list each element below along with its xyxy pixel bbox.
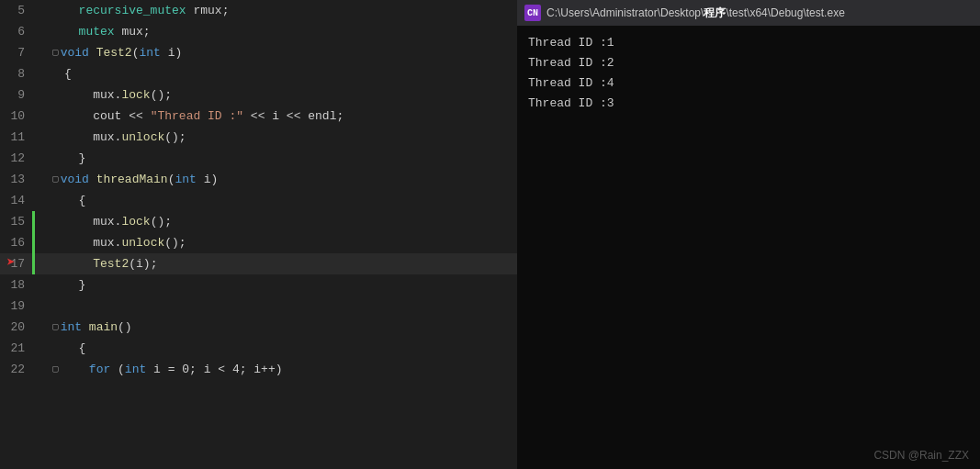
line-number: 22 — [0, 359, 32, 380]
terminal-watermark: CSDN @Rain_ZZX — [873, 449, 969, 462]
green-indicator — [32, 253, 35, 274]
line-number: 9 — [0, 84, 32, 106]
line-number: 20 — [0, 317, 32, 338]
code-editor: 5 recursive_mutex rmux;6 mutex mux;7▢voi… — [0, 0, 517, 469]
code-content: Test2(i); — [64, 253, 157, 274]
terminal-title-text: C:\Users\Administrator\Desktop\程序\test\x… — [546, 6, 845, 19]
line-number: 10 — [0, 106, 32, 127]
code-line-14: 14 { — [0, 190, 517, 211]
terminal-body: Thread ID :1Thread ID :2Thread ID :4Thre… — [517, 26, 980, 469]
line-number: 13 — [0, 169, 32, 190]
code-content: { — [64, 190, 85, 211]
code-line-11: 11 mux.unlock(); — [0, 127, 517, 148]
code-content: void threadMain(int i) — [61, 169, 219, 190]
terminal-output-line: Thread ID :4 — [528, 73, 969, 94]
code-line-15: 15 mux.lock(); — [0, 211, 517, 232]
line-number: 21 — [0, 338, 32, 359]
green-indicator — [32, 232, 35, 253]
code-content: recursive_mutex rmux; — [64, 0, 229, 21]
code-content: int main() — [61, 317, 132, 338]
terminal-icon: CN — [524, 5, 541, 21]
code-content: mux.unlock(); — [64, 232, 186, 253]
terminal-title: C:\Users\Administrator\Desktop\程序\test\x… — [546, 6, 845, 21]
fold-icon[interactable]: ▢ — [52, 359, 59, 380]
line-number: 11 — [0, 127, 32, 148]
code-line-9: 9 mux.lock(); — [0, 84, 517, 106]
line-number: 19 — [0, 296, 32, 317]
code-line-10: 10 cout << "Thread ID :" << i << endl; — [0, 106, 517, 127]
terminal-output-line: Thread ID :2 — [528, 53, 969, 73]
code-line-12: 12 } — [0, 148, 517, 169]
line-number: 18 — [0, 274, 32, 296]
code-line-19: 19 — [0, 296, 517, 317]
code-content: { — [64, 338, 85, 359]
code-line-18: 18 } — [0, 274, 517, 296]
code-content: mux.unlock(); — [64, 127, 186, 148]
green-indicator — [32, 211, 35, 232]
code-content: cout << "Thread ID :" << i << endl; — [64, 106, 344, 127]
code-line-22: 22▢ for (int i = 0; i < 4; i++) — [0, 359, 517, 380]
code-content: } — [64, 148, 85, 169]
code-line-7: 7▢void Test2(int i) — [0, 42, 517, 63]
line-number: 5 — [0, 0, 32, 21]
code-line-21: 21 { — [0, 338, 517, 359]
code-line-5: 5 recursive_mutex rmux; — [0, 0, 517, 21]
line-number: 7 — [0, 42, 32, 63]
code-content: for (int i = 0; i < 4; i++) — [61, 359, 283, 380]
code-line-16: 16 mux.unlock(); — [0, 232, 517, 253]
code-content: void Test2(int i) — [61, 42, 183, 63]
code-content: mux.lock(); — [64, 211, 172, 232]
code-content: mux.lock(); — [64, 84, 172, 106]
line-number: 12 — [0, 148, 32, 169]
terminal-panel: CN C:\Users\Administrator\Desktop\程序\tes… — [517, 0, 980, 469]
code-line-6: 6 mutex mux; — [0, 21, 517, 42]
terminal-titlebar: CN C:\Users\Administrator\Desktop\程序\tes… — [517, 0, 980, 26]
code-content: } — [64, 274, 85, 296]
code-content: mutex mux; — [64, 21, 151, 42]
fold-icon[interactable]: ▢ — [52, 42, 59, 63]
line-number: 16 — [0, 232, 32, 253]
terminal-output-line: Thread ID :3 — [528, 94, 969, 114]
line-number: 6 — [0, 21, 32, 42]
terminal-output-line: Thread ID :1 — [528, 33, 969, 53]
code-line-17: 17➤ Test2(i); — [0, 253, 517, 274]
line-number: 8 — [0, 63, 32, 84]
line-number: 17 — [0, 253, 32, 274]
line-number: 14 — [0, 190, 32, 211]
code-line-8: 8{ — [0, 63, 517, 84]
line-gutter — [32, 211, 52, 232]
fold-icon[interactable]: ▢ — [52, 169, 59, 190]
code-line-20: 20▢int main() — [0, 317, 517, 338]
code-line-13: 13▢void threadMain(int i) — [0, 169, 517, 190]
line-number: 15 — [0, 211, 32, 232]
code-content: { — [64, 63, 72, 84]
line-gutter: ➤ — [32, 253, 52, 274]
line-gutter — [32, 232, 52, 253]
fold-icon[interactable]: ▢ — [52, 317, 59, 338]
